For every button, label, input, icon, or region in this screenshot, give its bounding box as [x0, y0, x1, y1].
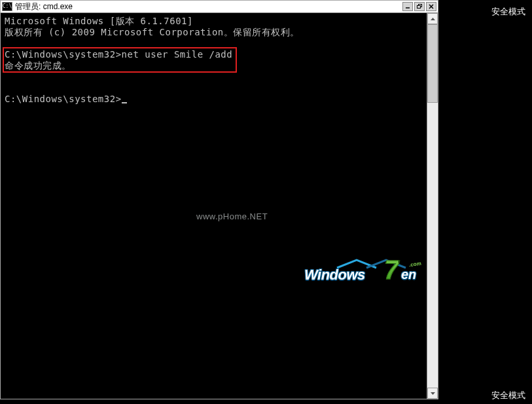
watermark-win7-suffix: en [401, 267, 416, 282]
scroll-up-button[interactable] [427, 13, 438, 24]
restore-button[interactable] [414, 2, 425, 11]
safe-mode-label-bottom-right: 安全模式 [491, 390, 525, 401]
scrollbar-thumb[interactable] [427, 24, 438, 103]
cmd-window: C:\ 管理员: cmd.exe Microsoft Windows [版本 6… [0, 0, 438, 399]
svg-rect-2 [417, 6, 420, 9]
prompt-1: C:\Windows\system32> [5, 49, 122, 60]
watermark-windows7en: Windows 7 en .com [304, 259, 429, 288]
cursor [122, 102, 127, 103]
watermark-phome: www.pHome.NET [196, 211, 268, 221]
cmd-icon-text: C:\ [3, 4, 12, 9]
console-line-blank [5, 38, 434, 49]
watermark-win7-com: .com [407, 260, 423, 268]
svg-marker-6 [431, 392, 435, 395]
console-line-blank3 [5, 83, 434, 94]
window-title: 管理员: cmd.exe [15, 1, 402, 12]
console-line-blank2 [5, 71, 434, 83]
cmd-icon: C:\ [2, 2, 12, 11]
watermark-win7-prefix: Windows [304, 266, 365, 284]
svg-marker-5 [431, 18, 435, 20]
vertical-scrollbar[interactable] [427, 13, 438, 399]
window-control-buttons [402, 2, 436, 11]
titlebar[interactable]: C:\ 管理员: cmd.exe [1, 1, 438, 13]
console-line-result: 命令成功完成。 [5, 60, 434, 71]
console-line-version: Microsoft Windows [版本 6.1.7601] [5, 16, 434, 27]
minimize-button[interactable] [402, 2, 413, 11]
console-line-copyright: 版权所有 (c) 2009 Microsoft Corporation。保留所有… [5, 27, 434, 38]
watermark-win7-seven: 7 [384, 255, 399, 285]
close-button[interactable] [426, 2, 436, 11]
command-text: net user Smile /add [122, 49, 233, 60]
console-line-prompt: C:\Windows\system32> [5, 94, 434, 105]
console-output[interactable]: Microsoft Windows [版本 6.1.7601] 版权所有 (c)… [1, 13, 438, 399]
prompt-2: C:\Windows\system32> [5, 94, 122, 104]
scrollbar-track[interactable] [427, 24, 438, 388]
safe-mode-label-top-right: 安全模式 [491, 6, 525, 18]
console-line-command: C:\Windows\system32>net user Smile /add [5, 49, 434, 60]
scroll-down-button[interactable] [427, 388, 438, 399]
